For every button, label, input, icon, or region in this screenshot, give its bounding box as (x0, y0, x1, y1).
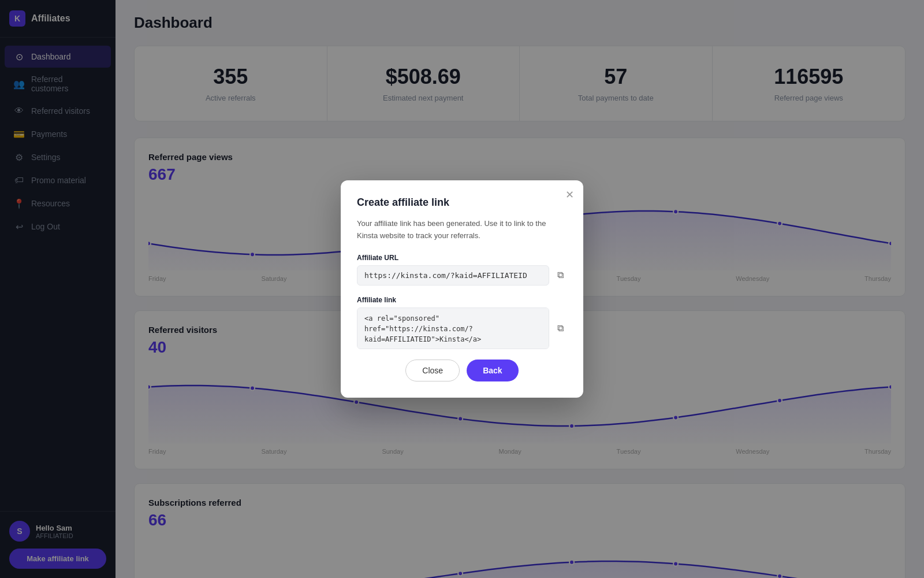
modal-description: Your affiliate link has been generated. … (357, 218, 567, 242)
modal: ✕ Create affiliate link Your affiliate l… (341, 180, 583, 398)
affiliate-url-label: Affiliate URL (357, 254, 567, 262)
affiliate-link-row: ⧉ (357, 307, 567, 349)
copy-url-button[interactable]: ⧉ (554, 266, 567, 284)
modal-overlay[interactable]: ✕ Create affiliate link Your affiliate l… (0, 0, 924, 578)
back-button[interactable]: Back (467, 360, 518, 381)
modal-title: Create affiliate link (357, 197, 567, 209)
affiliate-link-label: Affiliate link (357, 296, 567, 304)
affiliate-link-textarea[interactable] (357, 307, 549, 349)
modal-actions: Close Back (357, 360, 567, 381)
modal-close-button[interactable]: ✕ (565, 188, 574, 201)
copy-link-button[interactable]: ⧉ (554, 320, 567, 337)
close-button[interactable]: Close (405, 360, 460, 381)
affiliate-url-input[interactable] (357, 265, 549, 286)
affiliate-url-row: ⧉ (357, 265, 567, 286)
